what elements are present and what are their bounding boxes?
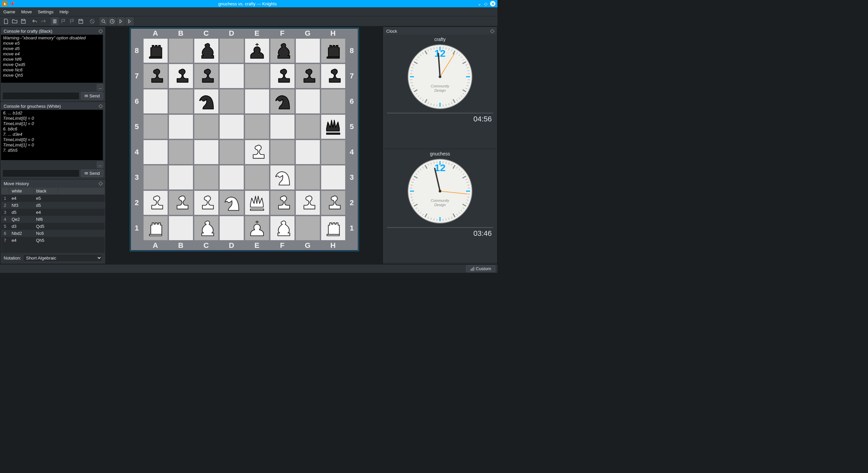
piece-wp[interactable]	[195, 192, 218, 214]
piece-bn[interactable]	[271, 90, 294, 113]
square-c3[interactable]	[194, 165, 219, 190]
square-f6[interactable]	[270, 89, 295, 114]
square-b4[interactable]	[168, 139, 194, 165]
square-f4[interactable]	[270, 139, 295, 165]
menu-help[interactable]: Help	[59, 9, 68, 14]
notation-select[interactable]: Short Algebraic	[23, 254, 102, 262]
piece-wk[interactable]	[246, 217, 269, 239]
square-h4[interactable]	[320, 139, 346, 165]
close-icon[interactable]: ✕	[490, 1, 495, 6]
undo-icon[interactable]	[31, 18, 39, 25]
square-h8[interactable]	[320, 38, 346, 63]
square-f5[interactable]	[270, 114, 295, 139]
square-b8[interactable]	[168, 38, 194, 63]
detach-icon[interactable]	[98, 104, 103, 108]
square-a2[interactable]	[143, 190, 168, 215]
table-row[interactable]: 3d5e4	[1, 209, 105, 216]
square-h6[interactable]	[320, 89, 346, 114]
piece-wp[interactable]	[169, 192, 192, 214]
square-a5[interactable]	[143, 114, 168, 139]
square-e5[interactable]	[244, 114, 270, 139]
square-d4[interactable]	[219, 139, 244, 165]
square-g3[interactable]	[295, 165, 320, 190]
square-c7[interactable]	[194, 63, 219, 89]
table-row[interactable]: 4Qe2Nf6	[1, 216, 105, 223]
square-c5[interactable]	[194, 114, 219, 139]
square-h7[interactable]	[320, 63, 346, 89]
piece-bp[interactable]	[195, 65, 218, 88]
search-icon[interactable]	[99, 18, 107, 25]
piece-wr[interactable]	[322, 217, 344, 239]
piece-wb[interactable]	[271, 217, 294, 239]
piece-wb[interactable]	[195, 217, 218, 239]
piece-wp[interactable]	[322, 192, 344, 214]
new-icon[interactable]	[2, 18, 10, 25]
square-g1[interactable]	[295, 215, 320, 241]
square-d2[interactable]	[219, 190, 244, 215]
square-e4[interactable]	[244, 139, 270, 165]
redo-icon[interactable]	[39, 18, 48, 25]
piece-wp[interactable]	[246, 141, 269, 164]
flag1-icon[interactable]	[59, 18, 67, 25]
square-b3[interactable]	[168, 165, 194, 190]
table-row[interactable]: 2Nf3d5	[1, 202, 105, 209]
table-row[interactable]: 6Nbd2Nc6	[1, 230, 105, 237]
square-g6[interactable]	[295, 89, 320, 114]
detach-icon[interactable]	[98, 29, 103, 33]
menu-move[interactable]: Move	[21, 9, 32, 14]
piece-bn[interactable]	[195, 90, 218, 113]
piece-bq[interactable]	[322, 115, 344, 138]
piece-wp[interactable]	[297, 192, 319, 214]
pin-icon[interactable]: 📌	[9, 1, 15, 6]
pause-icon[interactable]	[51, 18, 59, 25]
next2-icon[interactable]	[126, 18, 133, 25]
open-icon[interactable]	[11, 18, 19, 25]
piece-wp[interactable]	[271, 192, 294, 214]
detach-icon[interactable]	[490, 29, 494, 33]
piece-bp[interactable]	[169, 65, 192, 88]
square-h2[interactable]	[320, 190, 346, 215]
square-g5[interactable]	[295, 114, 320, 139]
chess-board[interactable]: ABCDEFGH8877665544332211ABCDEFGH	[130, 28, 359, 251]
minimize-icon[interactable]: ⌄	[478, 1, 482, 6]
square-b1[interactable]	[168, 215, 194, 241]
square-e1[interactable]	[244, 215, 270, 241]
piece-wq[interactable]	[246, 192, 269, 214]
square-e7[interactable]	[244, 63, 270, 89]
square-b2[interactable]	[168, 190, 194, 215]
square-h3[interactable]	[320, 165, 346, 190]
piece-wp[interactable]	[144, 192, 167, 214]
console-options-button[interactable]: ...	[97, 162, 103, 168]
square-d3[interactable]	[219, 165, 244, 190]
square-d6[interactable]	[219, 89, 244, 114]
square-g4[interactable]	[295, 139, 320, 165]
console-black-input[interactable]	[2, 92, 80, 100]
square-h5[interactable]	[320, 114, 346, 139]
piece-wn[interactable]	[271, 166, 294, 189]
menu-settings[interactable]: Settings	[38, 9, 54, 14]
square-e8[interactable]	[244, 38, 270, 63]
square-d7[interactable]	[219, 63, 244, 89]
piece-br[interactable]	[144, 39, 167, 62]
square-b7[interactable]	[168, 63, 194, 89]
square-a8[interactable]	[143, 38, 168, 63]
save2-icon[interactable]	[77, 18, 85, 25]
square-f2[interactable]	[270, 190, 295, 215]
square-a6[interactable]	[143, 89, 168, 114]
square-a7[interactable]	[143, 63, 168, 89]
square-d1[interactable]	[219, 215, 244, 241]
piece-bk[interactable]	[246, 39, 269, 62]
forbidden-icon[interactable]	[88, 18, 96, 25]
square-a4[interactable]	[143, 139, 168, 165]
piece-bb[interactable]	[271, 39, 294, 62]
table-row[interactable]: 5d3Qd5	[1, 223, 105, 230]
square-c4[interactable]	[194, 139, 219, 165]
table-row[interactable]: 7e4Qh5	[1, 237, 105, 244]
square-c1[interactable]	[194, 215, 219, 241]
square-c8[interactable]	[194, 38, 219, 63]
detach-icon[interactable]	[98, 181, 103, 186]
square-f7[interactable]	[270, 63, 295, 89]
square-b6[interactable]	[168, 89, 194, 114]
square-e3[interactable]	[244, 165, 270, 190]
square-g2[interactable]	[295, 190, 320, 215]
